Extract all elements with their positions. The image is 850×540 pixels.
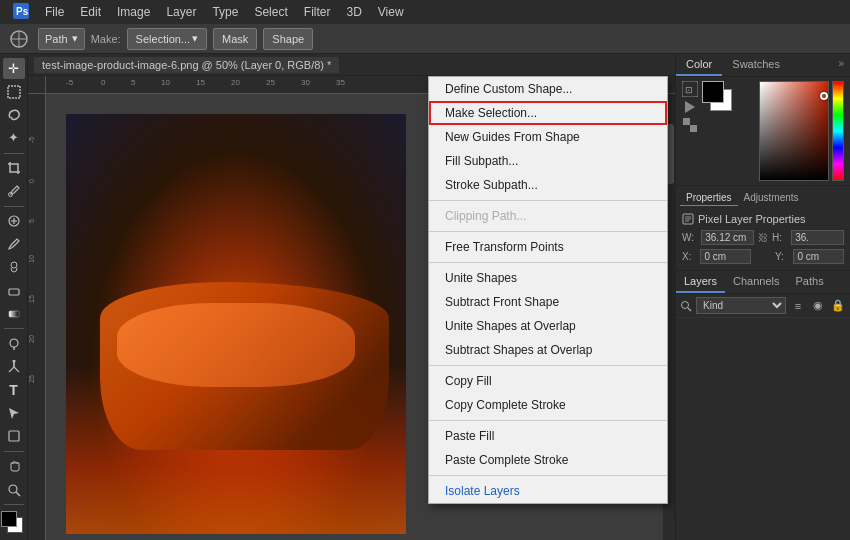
menu-isolate-layers[interactable]: Isolate Layers <box>429 479 667 503</box>
tool-magic-wand[interactable]: ✦ <box>3 127 25 148</box>
tool-dodge[interactable] <box>3 333 25 354</box>
link-icon[interactable]: ⛓ <box>758 232 768 243</box>
menu-subtract-front[interactable]: Subtract Front Shape <box>429 290 667 314</box>
tab-swatches[interactable]: Swatches <box>722 54 790 76</box>
tool-text[interactable]: T <box>3 379 25 400</box>
tab-adjustments[interactable]: Adjustments <box>738 190 805 206</box>
menu-sep-3 <box>429 262 667 263</box>
panel-collapse-color[interactable]: » <box>832 54 850 76</box>
properties-section: Properties Adjustments Pixel Layer Prope… <box>676 185 850 270</box>
menu-filter[interactable]: Filter <box>297 3 338 21</box>
tool-shape[interactable] <box>3 426 25 447</box>
menu-new-guides[interactable]: New Guides From Shape <box>429 125 667 149</box>
svg-text:⊡: ⊡ <box>685 85 693 95</box>
swatch-alt-icon <box>682 117 698 133</box>
menu-view[interactable]: View <box>371 3 411 21</box>
layers-visibility-btn[interactable]: ◉ <box>810 298 826 314</box>
svg-text:-5: -5 <box>66 78 74 87</box>
canvas-image <box>66 114 406 534</box>
menu-image[interactable]: Image <box>110 3 157 21</box>
menu-file[interactable]: File <box>38 3 71 21</box>
menu-select[interactable]: Select <box>247 3 294 21</box>
tool-divider-5 <box>4 504 24 505</box>
fg-bg-swatch[interactable] <box>702 81 740 119</box>
tab-layers[interactable]: Layers <box>676 271 725 293</box>
menu-unite-overlap[interactable]: Unite Shapes at Overlap <box>429 314 667 338</box>
svg-text:-5: -5 <box>28 137 35 143</box>
menu-copy-fill[interactable]: Copy Fill <box>429 369 667 393</box>
tool-brush[interactable] <box>3 234 25 255</box>
ruler-corner <box>28 76 46 94</box>
canvas-area: test-image-product-image-6.png @ 50% (La… <box>28 54 675 540</box>
make-label: Make: <box>91 33 121 45</box>
tab-channels[interactable]: Channels <box>725 271 787 293</box>
tab-paths[interactable]: Paths <box>788 271 832 293</box>
color-swatches-section: Color Swatches » ⊡ <box>676 54 850 185</box>
svg-rect-5 <box>8 86 20 98</box>
tab-color[interactable]: Color <box>676 54 722 76</box>
layers-kind-select[interactable]: Kind <box>696 297 786 314</box>
menu-stroke-subpath[interactable]: Stroke Subpath... <box>429 173 667 197</box>
svg-text:0: 0 <box>28 179 35 183</box>
ruler-left: -5 0 5 10 15 20 25 <box>28 94 46 540</box>
properties-panel-tabs: Properties Adjustments <box>676 190 850 206</box>
menu-free-transform[interactable]: Free Transform Points <box>429 235 667 259</box>
svg-rect-11 <box>9 289 19 295</box>
svg-text:20: 20 <box>28 335 35 343</box>
menu-fill-subpath[interactable]: Fill Subpath... <box>429 149 667 173</box>
tool-pen[interactable] <box>3 356 25 377</box>
menu-edit[interactable]: Edit <box>73 3 108 21</box>
shape-button[interactable]: Shape <box>263 28 313 50</box>
color-swatch-area[interactable] <box>1 511 27 536</box>
menu-subtract-overlap[interactable]: Subtract Shapes at Overlap <box>429 338 667 362</box>
color-picker-area <box>759 81 844 181</box>
svg-rect-16 <box>9 431 19 441</box>
menu-paste-complete-stroke[interactable]: Paste Complete Stroke <box>429 448 667 472</box>
color-fg-bg <box>702 81 755 119</box>
fg-swatch[interactable] <box>702 81 724 103</box>
menu-define-custom-shape[interactable]: Define Custom Shape... <box>429 77 667 101</box>
mask-button[interactable]: Mask <box>213 28 257 50</box>
context-menu: Define Custom Shape... Make Selection...… <box>428 76 668 504</box>
tool-path-select[interactable] <box>3 403 25 424</box>
menu-paste-fill[interactable]: Paste Fill <box>429 424 667 448</box>
tool-crop[interactable] <box>3 157 25 178</box>
menu-sep-2 <box>429 231 667 232</box>
color-spectrum-bar[interactable] <box>832 81 844 181</box>
tool-divider-4 <box>4 451 24 452</box>
tool-lasso[interactable] <box>3 104 25 125</box>
menu-ps[interactable]: Ps <box>6 1 36 24</box>
svg-text:5: 5 <box>28 219 35 223</box>
tool-eyedropper[interactable] <box>3 181 25 202</box>
svg-text:25: 25 <box>266 78 275 87</box>
layers-filter-btn[interactable]: ≡ <box>790 298 806 314</box>
tool-select-rect[interactable] <box>3 81 25 102</box>
tab-properties[interactable]: Properties <box>680 190 738 206</box>
foreground-color[interactable] <box>1 511 17 527</box>
tool-clone[interactable] <box>3 257 25 278</box>
tool-hand[interactable] <box>3 456 25 477</box>
tool-healing[interactable] <box>3 211 25 232</box>
svg-point-13 <box>10 339 18 347</box>
menu-bar: Ps File Edit Image Layer Type Select Fil… <box>0 0 850 24</box>
svg-rect-38 <box>683 118 690 125</box>
menu-unite-shapes[interactable]: Unite Shapes <box>429 266 667 290</box>
svg-text:20: 20 <box>231 78 240 87</box>
layers-lock-btn[interactable]: 🔒 <box>830 298 846 314</box>
menu-make-selection[interactable]: Make Selection... <box>429 101 667 125</box>
color-gradient-field[interactable] <box>759 81 829 181</box>
selection-button[interactable]: Selection... ▾ <box>127 28 207 50</box>
tool-zoom[interactable] <box>3 479 25 500</box>
tool-eraser[interactable] <box>3 280 25 301</box>
menu-3d[interactable]: 3D <box>339 3 368 21</box>
svg-rect-39 <box>690 125 697 132</box>
menu-layer[interactable]: Layer <box>159 3 203 21</box>
svg-text:15: 15 <box>28 295 35 303</box>
path-dropdown[interactable]: Path ▾ <box>38 28 85 50</box>
right-panel: Color Swatches » ⊡ <box>675 54 850 540</box>
canvas-tab[interactable]: test-image-product-image-6.png @ 50% (La… <box>34 57 339 73</box>
tool-move[interactable]: ✛ <box>3 58 25 79</box>
menu-type[interactable]: Type <box>205 3 245 21</box>
menu-copy-complete-stroke[interactable]: Copy Complete Stroke <box>429 393 667 417</box>
tool-gradient[interactable] <box>3 303 25 324</box>
